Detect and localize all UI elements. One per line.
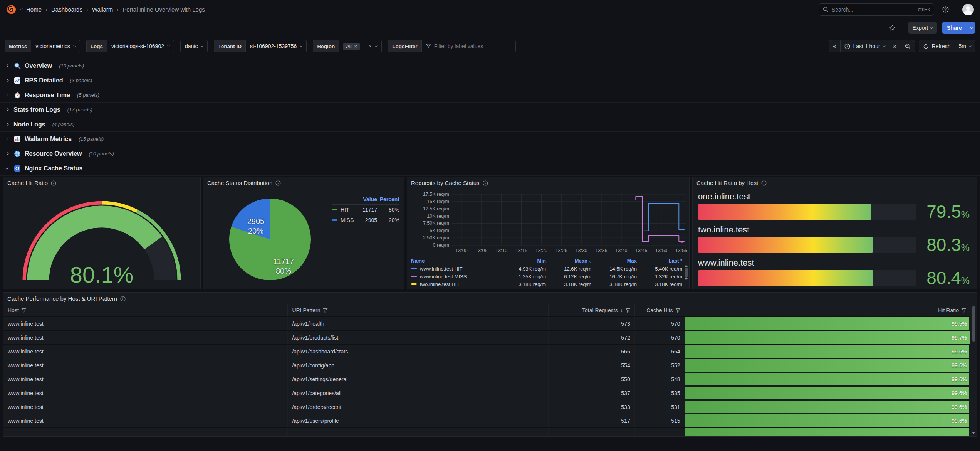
chevron-right-icon — [5, 108, 9, 112]
variable-tenant-value[interactable]: st-106902-1539756 — [245, 40, 307, 52]
logsfilter-input[interactable]: Filter by label values — [421, 40, 516, 52]
dashboard-row-rps-detailed[interactable]: RPS Detailed(3 panels) — [0, 73, 980, 88]
info-icon[interactable] — [51, 180, 56, 186]
legend-series-toggle[interactable]: www.inline.test MISS — [411, 274, 500, 279]
table-header-total-requests[interactable]: Total Requests↓ — [548, 304, 634, 316]
cell-total-requests: 572 — [548, 331, 634, 344]
time-zoom-out-button[interactable] — [901, 40, 915, 52]
region-chip-all[interactable]: All × — [343, 43, 360, 50]
timeseries-legend: NameMinMeanMaxLast *www.inline.test HIT4… — [411, 256, 682, 288]
column-filter-icon[interactable] — [625, 308, 630, 313]
dashboard-row-resource-overview[interactable]: Resource Overview(10 panels) — [0, 146, 980, 161]
variable-region-value[interactable]: All × — [339, 40, 364, 52]
chip-remove-icon[interactable]: × — [354, 44, 357, 49]
legend-header-max[interactable]: Max — [591, 258, 637, 264]
info-icon[interactable] — [761, 180, 767, 186]
dashboard-row-node-logs[interactable]: Node Logs(4 panels) — [0, 117, 980, 132]
cell-total-requests: 573 — [548, 317, 634, 330]
legend-series-toggle[interactable]: www.inline.test HIT — [411, 266, 500, 272]
breadcrumb-item[interactable]: Home — [26, 6, 42, 13]
column-filter-icon[interactable] — [961, 308, 966, 313]
cell-total-requests: 537 — [548, 386, 634, 400]
clear-selection-icon[interactable]: × — [369, 43, 372, 49]
dashboard-row-response-time[interactable]: Response Time(5 panels) — [0, 88, 980, 103]
search-input[interactable]: Search... ctrl+k — [819, 3, 934, 16]
breadcrumb-item[interactable]: Portal Inline Overview with Logs — [123, 6, 205, 13]
time-range-picker-button[interactable]: Last 1 hour — [840, 40, 889, 52]
pie-legend-series[interactable]: HIT — [332, 207, 357, 213]
host-bar-track — [698, 270, 916, 286]
table-scrollbar[interactable] — [972, 305, 975, 434]
table-header-host[interactable]: Host — [3, 304, 287, 316]
share-caret-button[interactable] — [967, 22, 975, 34]
hit-ratio-bar — [685, 317, 969, 330]
legend-stat-mean: 6.12K req/m — [546, 274, 591, 279]
info-icon[interactable] — [483, 180, 488, 186]
pie-legend-header-percent[interactable]: Percent — [377, 196, 399, 202]
pie-legend-header-value[interactable]: Value — [357, 196, 377, 202]
pie-legend-series[interactable]: MISS — [332, 217, 357, 223]
cell-host: www.inline.test — [3, 414, 287, 427]
panel-title-requests-by-cache-status[interactable]: Requests by Cache Status — [411, 180, 488, 186]
cell-cache-hits: 552 — [634, 358, 685, 372]
star-dashboard-button[interactable] — [887, 22, 898, 34]
row-panel-count: (10 panels) — [89, 151, 114, 157]
table-header-uri-pattern[interactable]: URI Pattern — [287, 304, 548, 316]
time-shift-back-button[interactable]: « — [829, 40, 840, 52]
legend-stat-min: 3.18K req/m — [500, 281, 546, 287]
cell-total-requests: 566 — [548, 345, 634, 358]
info-icon[interactable] — [120, 296, 126, 301]
svg-text:13:25: 13:25 — [555, 248, 567, 253]
chevron-down-icon[interactable] — [375, 44, 378, 47]
org-switcher-chevron-icon[interactable] — [20, 8, 23, 10]
row-title: RPS Detailed — [25, 77, 63, 84]
row-panel-count: (15 panels) — [79, 136, 104, 142]
hit-ratio-value: 99.6% — [951, 414, 967, 427]
pie-legend-row: HIT1171780% — [332, 204, 399, 215]
variables-toolbar: Metrics victoriametrics Logs victorialog… — [0, 37, 980, 56]
panel-title-cache-status-distribution[interactable]: Cache Status Distribution — [207, 180, 281, 186]
breadcrumb-item[interactable]: Dashboards — [51, 6, 82, 13]
host-label: one.inline.test — [698, 192, 750, 202]
info-icon[interactable] — [275, 180, 281, 186]
cell-uri-pattern: /api/v1/products/list — [287, 331, 548, 344]
legend-header-min[interactable]: Min — [500, 258, 546, 264]
table-header-hit-ratio[interactable]: Hit Ratio — [685, 304, 970, 316]
table-header-cache-hits[interactable]: Cache Hits — [634, 304, 685, 316]
legend-scrollbar[interactable] — [684, 265, 688, 286]
svg-text:13:55: 13:55 — [675, 248, 687, 253]
dashboard-row-stats-from-logs[interactable]: Stats from Logs(17 panels) — [0, 103, 980, 117]
row-title: Resource Overview — [25, 150, 82, 157]
column-filter-icon[interactable] — [323, 308, 328, 313]
breadcrumb-item[interactable]: Wallarm — [92, 6, 113, 13]
variable-metrics-value[interactable]: victoriametrics — [31, 40, 80, 52]
dashboard-row-nginx-cache-status[interactable]: Nginx Cache Status — [0, 161, 980, 176]
grafana-logo-icon[interactable] — [6, 4, 17, 15]
share-button[interactable]: Share — [942, 22, 967, 34]
help-button[interactable] — [940, 4, 951, 15]
user-avatar[interactable] — [962, 4, 974, 15]
legend-series-toggle[interactable]: two.inline.test HIT — [411, 281, 500, 287]
column-filter-icon[interactable] — [675, 308, 680, 313]
variable-logs-selected: victorialogs-st-106902 — [111, 43, 164, 49]
legend-header-name[interactable]: Name — [411, 258, 500, 264]
svg-text:13:05: 13:05 — [475, 248, 487, 253]
panel-title-cache-hit-ratio-by-host[interactable]: Cache Hit Ratio by Host — [696, 180, 767, 186]
variable-logs-value[interactable]: victorialogs-st-106902 — [107, 40, 174, 52]
refresh-button[interactable]: Refresh — [919, 40, 955, 52]
dashboard-row-wallarm-metrics[interactable]: Wallarm Metrics(15 panels) — [0, 132, 980, 146]
legend-header-mean[interactable]: Mean — [546, 258, 591, 264]
svg-text:13:20: 13:20 — [535, 248, 547, 253]
row-title: Stats from Logs — [13, 106, 60, 113]
cell-uri-pattern: /api/v1/health — [287, 317, 548, 330]
column-filter-icon[interactable] — [21, 308, 26, 313]
panel-title-cache-performance[interactable]: Cache Performance by Host & URI Pattern — [7, 295, 126, 302]
variable-extra-value[interactable]: danic — [180, 40, 208, 52]
dashboard-row-overview[interactable]: Overview(10 panels) — [0, 59, 980, 73]
panel-title-cache-hit-ratio[interactable]: Cache Hit Ratio — [7, 180, 56, 186]
refresh-interval-button[interactable]: 5m — [955, 40, 975, 52]
export-button[interactable]: Export — [908, 22, 937, 34]
legend-header-last[interactable]: Last * — [637, 258, 682, 264]
time-shift-forward-button[interactable]: » — [889, 40, 901, 52]
refresh-icon — [923, 44, 929, 49]
